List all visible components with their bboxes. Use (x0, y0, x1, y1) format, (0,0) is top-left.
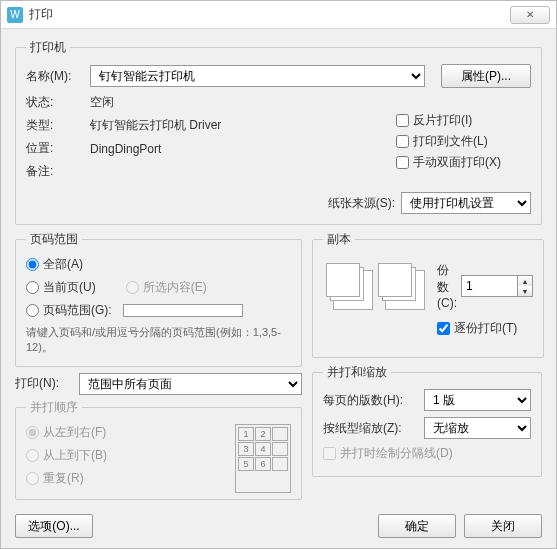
duplex-checkbox[interactable] (396, 156, 409, 169)
print-what-label: 打印(N): (15, 375, 73, 392)
where-label: 位置: (26, 140, 84, 157)
order-repeat-radio (26, 472, 39, 485)
close-icon: ✕ (526, 9, 534, 20)
properties-button[interactable]: 属性(P)... (441, 64, 531, 88)
print-what-select[interactable]: 范围中所有页面 (79, 373, 302, 395)
order-tb-radio (26, 449, 39, 462)
collate-label: 逐份打印(T) (454, 320, 517, 337)
printer-legend: 打印机 (26, 39, 70, 56)
range-selection-radio (126, 281, 139, 294)
copies-input[interactable] (461, 275, 517, 297)
separator-label: 并打时绘制分隔线(D) (340, 445, 453, 462)
range-all-label: 全部(A) (43, 256, 83, 273)
copies-label: 份数(C): (437, 262, 457, 310)
type-label: 类型: (26, 117, 84, 134)
scale-select[interactable]: 无缩放 (424, 417, 531, 439)
printer-name-select[interactable]: 钉钉智能云打印机 (90, 65, 425, 87)
paper-source-select[interactable]: 使用打印机设置 (401, 192, 531, 214)
reverse-label: 反片打印(I) (413, 112, 472, 129)
tofile-label: 打印到文件(L) (413, 133, 488, 150)
where-value: DingDingPort (90, 142, 161, 156)
copies-up-button[interactable]: ▲ (518, 276, 532, 286)
page-range-group: 页码范围 全部(A) 当前页(U) 所选内容(E) 页码范围(G): 请键入页码… (15, 231, 302, 367)
titlebar: W 打印 ✕ (1, 1, 556, 29)
duplex-label: 手动双面打印(X) (413, 154, 501, 171)
paper-source-label: 纸张来源(S): (328, 195, 395, 212)
zoom-group: 并打和缩放 每页的版数(H): 1 版 按纸型缩放(Z): 无缩放 并打时绘制分… (312, 364, 542, 477)
status-label: 状态: (26, 94, 84, 111)
range-pages-input[interactable] (123, 304, 243, 317)
tofile-checkbox[interactable] (396, 135, 409, 148)
printer-group: 打印机 名称(M): 钉钉智能云打印机 属性(P)... 状态:空闲 类型:钉钉… (15, 39, 542, 225)
perpage-select[interactable]: 1 版 (424, 389, 531, 411)
perpage-label: 每页的版数(H): (323, 392, 418, 409)
order-legend: 并打顺序 (26, 399, 82, 416)
reverse-checkbox[interactable] (396, 114, 409, 127)
close-button[interactable]: 关闭 (464, 514, 542, 538)
range-selection-label: 所选内容(E) (143, 279, 207, 296)
copies-down-button[interactable]: ▼ (518, 286, 532, 296)
print-dialog: W 打印 ✕ 打印机 名称(M): 钉钉智能云打印机 属性(P)... (0, 0, 557, 549)
print-order-group: 并打顺序 从左到右(F) 从上到下(B) 重复(R) 12 34 56 (15, 399, 302, 500)
window-close-button[interactable]: ✕ (510, 6, 550, 24)
range-current-radio[interactable] (26, 281, 39, 294)
type-value: 钉钉智能云打印机 Driver (90, 117, 221, 134)
status-value: 空闲 (90, 94, 114, 111)
copies-group: 副本 份数(C): ▲▼ (312, 231, 544, 358)
collate-preview-icon (333, 270, 373, 310)
order-tb-label: 从上到下(B) (43, 447, 107, 464)
zoom-legend: 并打和缩放 (323, 364, 391, 381)
copies-legend: 副本 (323, 231, 355, 248)
order-repeat-label: 重复(R) (43, 470, 84, 487)
order-lr-label: 从左到右(F) (43, 424, 106, 441)
separator-checkbox (323, 447, 336, 460)
range-legend: 页码范围 (26, 231, 82, 248)
window-title: 打印 (29, 6, 53, 23)
ok-button[interactable]: 确定 (378, 514, 456, 538)
order-preview-icon: 12 34 56 (235, 424, 291, 493)
options-button[interactable]: 选项(O)... (15, 514, 93, 538)
range-current-label: 当前页(U) (43, 279, 96, 296)
range-all-radio[interactable] (26, 258, 39, 271)
comment-label: 备注: (26, 163, 84, 180)
collate-preview-icon (385, 270, 425, 310)
dialog-footer: 选项(O)... 确定 关闭 (1, 508, 556, 548)
range-hint: 请键入页码和/或用逗号分隔的页码范围(例如：1,3,5-12)。 (26, 325, 291, 356)
range-pages-label: 页码范围(G): (43, 302, 112, 319)
app-icon: W (7, 7, 23, 23)
order-lr-radio (26, 426, 39, 439)
range-pages-radio[interactable] (26, 304, 39, 317)
printer-name-label: 名称(M): (26, 68, 84, 85)
scale-label: 按纸型缩放(Z): (323, 420, 418, 437)
collate-checkbox[interactable] (437, 322, 450, 335)
